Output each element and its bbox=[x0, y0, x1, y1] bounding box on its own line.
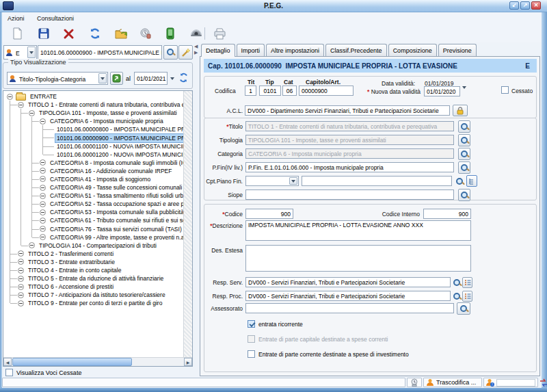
tree-item[interactable]: TITOLO 7 - Anticipazioni da istituto tes… bbox=[3, 291, 183, 299]
siope-field[interactable] bbox=[245, 190, 454, 200]
tree-expand-icon[interactable] bbox=[40, 201, 46, 207]
menu-consultazioni[interactable]: Consultazioni bbox=[31, 13, 79, 24]
tree-item[interactable]: CATEGORIA 41 - Imposta di soggiorno bbox=[3, 175, 183, 183]
tree-item[interactable]: 10101.06.00000800 - IMPOSTA MUNICIPALE P… bbox=[3, 125, 183, 133]
view-date-field[interactable]: 01/01/2021 bbox=[134, 72, 168, 85]
tree-expand-icon[interactable] bbox=[18, 284, 24, 290]
stamp-icon[interactable] bbox=[137, 25, 154, 42]
wizard-button[interactable] bbox=[178, 45, 193, 60]
tab-importi[interactable]: Importi bbox=[237, 44, 265, 56]
transfer-arrows-icon[interactable] bbox=[539, 378, 547, 387]
tab-previsione[interactable]: Previsione bbox=[438, 44, 477, 56]
tab-dettaglio[interactable]: Dettaglio bbox=[201, 44, 235, 57]
cpt-piano-fin-tree-button[interactable] bbox=[466, 175, 477, 187]
tree-expand-icon[interactable] bbox=[40, 209, 46, 215]
cpt-piano-fin-search-button[interactable] bbox=[454, 176, 465, 187]
tree-item[interactable]: TIPOLOGIA 104 - Compartecipazioni di tri… bbox=[3, 241, 183, 250]
descrizione-field[interactable]: IMPOSTA MUNICIPALE PROPRIA - LOTTA EVASI… bbox=[245, 220, 471, 241]
tree-expand-icon[interactable] bbox=[18, 292, 24, 298]
tree-item[interactable]: TITOLO 1 - Entrate correnti di natura tr… bbox=[3, 101, 183, 109]
tree-expand-icon[interactable] bbox=[18, 267, 24, 274]
tree-expand-icon[interactable] bbox=[18, 300, 24, 306]
tree-expand-icon[interactable] bbox=[18, 259, 24, 265]
menu-azioni[interactable]: Azioni bbox=[2, 13, 30, 24]
tree-item[interactable]: TIPOLOGIA 101 - Imposte, tasse e provent… bbox=[3, 109, 183, 117]
tree-horizontal-scrollbar[interactable]: ◀ ▶ bbox=[3, 357, 192, 366]
siope-search-button[interactable] bbox=[458, 189, 470, 201]
titolo-search-button[interactable] bbox=[458, 120, 470, 133]
tree-expand-icon[interactable] bbox=[18, 102, 24, 108]
minimize-button[interactable]: ↙ bbox=[509, 1, 519, 10]
tree-expand-icon[interactable] bbox=[29, 242, 35, 248]
search-button[interactable] bbox=[163, 45, 178, 60]
print-icon[interactable] bbox=[211, 25, 228, 42]
categoria-field[interactable]: CATEGORIA 6 - Imposta municipale propria bbox=[245, 148, 454, 159]
tree-expand-icon[interactable] bbox=[18, 250, 24, 257]
entrata-ricorrente-checkbox[interactable] bbox=[248, 320, 255, 328]
tree-item[interactable]: CATEGORIA 53 - Imposta comunale sulla pu… bbox=[3, 208, 183, 216]
cpt-piano-fin-field[interactable] bbox=[302, 176, 452, 186]
tree-item[interactable]: 10101.06.00001100 - NUOVA IMPOSTA MUNICI… bbox=[3, 142, 183, 151]
refresh-icon[interactable] bbox=[87, 25, 103, 42]
pfin-search-button[interactable] bbox=[458, 161, 470, 174]
tipologia-field[interactable]: TIPOLOGIA 101 - Imposte, tasse e provent… bbox=[245, 135, 454, 145]
tree-item[interactable]: CATEGORIA 99 - Altre imposte, tasse e pr… bbox=[3, 233, 183, 241]
entity-type-combo[interactable]: E bbox=[3, 45, 37, 60]
view-type-combo[interactable]: Titolo-Tipologia-Categoria bbox=[7, 72, 108, 85]
entity-combo-arrow[interactable] bbox=[27, 47, 36, 58]
tree-item[interactable]: TITOLO 9 - Entrate per conto di terzi e … bbox=[3, 299, 183, 307]
tree-expand-icon[interactable] bbox=[40, 218, 46, 224]
close-button[interactable]: ✕ bbox=[531, 1, 541, 10]
tab-composizione[interactable]: Composizione bbox=[388, 44, 437, 56]
tree-item[interactable]: CATEGORIA 51 - Tassa smaltimento rifiuti… bbox=[3, 192, 183, 200]
assessorato-search-button[interactable] bbox=[457, 302, 470, 315]
entrate-corrente-checkbox[interactable] bbox=[248, 350, 255, 358]
tree-item[interactable]: TITOLO 2 - Trasferimenti correnti bbox=[3, 250, 183, 258]
tree-item[interactable]: TITOLO 4 - Entrate in conto capitale bbox=[3, 266, 183, 274]
tree-expand-icon[interactable] bbox=[40, 118, 46, 125]
acl-lock-button[interactable] bbox=[453, 105, 468, 116]
codice-interno-field[interactable]: 900 bbox=[423, 209, 471, 219]
archive-icon[interactable] bbox=[162, 25, 178, 42]
categoria-search-button[interactable] bbox=[458, 148, 470, 160]
pfin-field[interactable]: P.Fin. E.1.01.01.06.000 - Imposta munici… bbox=[245, 162, 454, 172]
resp-proc-search-button[interactable] bbox=[451, 291, 462, 302]
scroll-right-arrow[interactable]: ▶ bbox=[184, 358, 192, 366]
tab-altre-impostazioni[interactable]: Altre impostazioni bbox=[266, 44, 324, 56]
resp-proc-field[interactable]: DV000 - Servizi Finanziari, Tributi e Pa… bbox=[245, 291, 451, 301]
open-folder-icon[interactable] bbox=[113, 25, 129, 42]
view-date-dropdown[interactable] bbox=[168, 74, 176, 83]
new-document-icon[interactable] bbox=[9, 25, 25, 42]
tree-expand-icon[interactable] bbox=[40, 193, 46, 199]
titolo-field[interactable]: TITOLO 1 - Entrate correnti di natura tr… bbox=[245, 121, 454, 131]
cessato-checkbox[interactable] bbox=[501, 86, 509, 94]
tree-item[interactable]: CATEGORIA 61 - Tributo comunale sui rifi… bbox=[3, 216, 183, 224]
codice-field[interactable]: 900 bbox=[245, 209, 293, 219]
apply-view-button[interactable] bbox=[110, 72, 123, 85]
camera-icon[interactable] bbox=[188, 25, 204, 42]
resp-serv-list-button[interactable] bbox=[462, 277, 472, 288]
tree-expand-icon[interactable] bbox=[18, 276, 24, 282]
tree-item[interactable]: ENTRATE bbox=[3, 92, 183, 101]
scroll-left-arrow[interactable]: ◀ bbox=[3, 358, 12, 366]
tit-field[interactable]: 1 bbox=[245, 86, 256, 96]
tree-item[interactable]: CATEGORIA 16 - Addizionale comunale IRPE… bbox=[3, 167, 183, 175]
tree-item[interactable]: CATEGORIA 49 - Tasse sulle concessioni c… bbox=[3, 183, 183, 192]
tree-expand-icon[interactable] bbox=[7, 94, 13, 100]
tree-expand-icon[interactable] bbox=[40, 226, 46, 232]
capitolo-search-field[interactable]: 10101.06.00000900 - IMPOSTA MUNICIPALE P… bbox=[38, 45, 162, 60]
combo-arrow[interactable] bbox=[289, 177, 297, 185]
cat-field[interactable]: 06 bbox=[282, 86, 297, 96]
tip-field[interactable]: 0101 bbox=[259, 86, 281, 96]
entrate-capitale-checkbox[interactable] bbox=[248, 335, 255, 343]
tree-item[interactable]: 10101.06.00001200 - NUOVA IMPOSTA MUNICI… bbox=[3, 151, 183, 159]
tree-expand-icon[interactable] bbox=[40, 234, 46, 240]
cpt-piano-fin-combo[interactable] bbox=[245, 176, 299, 186]
tree-item[interactable]: TITOLO 6 - Accensione di prestiti bbox=[3, 283, 183, 291]
splitter-collapse-icon[interactable]: ◀ bbox=[194, 44, 198, 49]
des-estesa-field[interactable] bbox=[245, 245, 471, 272]
tree-expand-icon[interactable] bbox=[40, 176, 46, 182]
tree-item[interactable]: CATEGORIA 76 - Tassa sui servizi comunal… bbox=[3, 225, 183, 233]
tree-expand-icon[interactable] bbox=[40, 168, 46, 174]
maximize-button[interactable]: ↗ bbox=[520, 1, 530, 10]
